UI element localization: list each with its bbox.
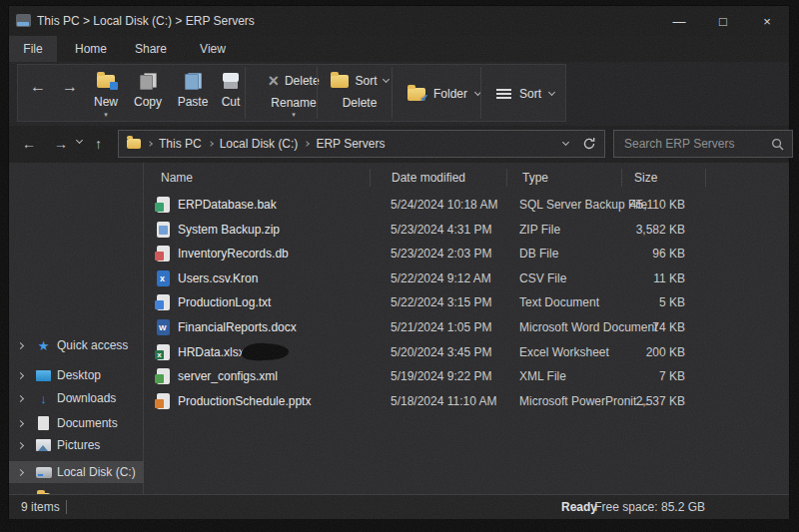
file-rows: ERPDatabase.bak 5/24/2024 10:18 AM SQL S… [144,193,789,413]
sidebar-item-pictures[interactable]: Pictures [9,434,144,456]
table-row[interactable]: System Backup.zip 5/23/2024 4:31 PM ZIP … [144,218,789,243]
close-button[interactable]: × [745,6,789,36]
items-count: 9 items [21,495,60,519]
table-row[interactable]: Users.csv.Kron 5/22/2024 9:12 AM CSV Fil… [144,266,789,291]
address-dropdown-icon[interactable] [562,139,569,146]
menu-home[interactable]: Home [69,36,113,62]
search-input[interactable] [614,131,792,157]
delete-button-secondary[interactable]: Delete [343,96,378,110]
table-row[interactable]: server_configs.xml 5/19/2024 9:22 PM XML… [144,364,789,389]
sidebar-item-desktop[interactable]: Desktop [9,364,144,386]
sidebar-item-quick-access[interactable]: ★ Quick access [9,334,144,356]
navigation-pane: ★ Quick access Desktop ↓ Downloads Docum… [9,163,144,494]
breadcrumb-this-pc[interactable]: This PC [159,137,202,151]
up-arrow-icon[interactable]: ↑ [95,134,102,154]
file-icon [157,344,170,360]
chevron-right-icon[interactable] [17,371,24,378]
back-arrow-icon[interactable]: ← [22,134,36,154]
file-icon [157,246,170,262]
folder-label: Folder [433,87,467,101]
downloads-icon: ↓ [35,390,52,406]
delete-x-icon: × [268,72,279,90]
sidebar-item-documents[interactable]: Documents [9,412,144,434]
sort-button[interactable]: Sort [496,67,554,121]
table-row[interactable]: ProductionLog.txt 5/22/2024 3:15 PM Text… [144,290,789,315]
status-ready: Ready [561,495,597,519]
dropdown-caret-icon: ▾ [292,112,296,117]
magnifier-icon [771,138,784,151]
file-list: Name Date modified Type Size ERPDatabase… [144,163,789,494]
chevron-down-icon [382,76,389,83]
copy-button[interactable]: Copy [126,70,170,109]
table-row[interactable]: InventoryRecords.db 5/23/2024 2:03 PM DB… [144,242,789,266]
sidebar-item-local-disk-c[interactable]: Local Disk (C:) [9,461,144,483]
window-controls: — □ × [657,6,789,36]
column-divider [621,169,622,187]
cut-icon [223,73,239,89]
file-icon [157,319,170,335]
new-label: New [94,95,118,109]
column-header-size[interactable]: Size [634,163,657,193]
table-row[interactable]: ProductionSchedule.pptx 5/18/2024 11:10 … [144,389,789,414]
pictures-icon [35,437,52,453]
forward-arrow-icon[interactable]: → [62,77,78,97]
chevron-right-icon[interactable] [17,419,24,426]
copy-icon [140,73,157,90]
desktop-icon [35,367,52,383]
address-bar-row: ← → ↑ This PC Local Disk (C:) ERP Server… [9,126,789,163]
chevron-right-icon[interactable] [17,468,24,475]
title-bar: This PC > Local Disk (C:) > ERP Servers … [9,6,789,36]
maximize-button[interactable]: □ [701,6,745,36]
menu-file[interactable]: File [9,36,57,62]
this-pc-icon [16,14,31,27]
menu-share[interactable]: Share [129,36,173,62]
delete-inline-label: Delete [285,74,320,88]
chevron-right-icon[interactable] [17,341,24,348]
forward-arrow-icon[interactable]: → [54,134,68,154]
delete-sort-group: Sort Delete [324,70,396,110]
rename-button[interactable]: Rename [271,96,316,110]
delete-button[interactable]: × Delete [268,70,319,92]
dropdown-caret-icon: ▾ [104,112,108,117]
paste-icon [185,73,202,90]
back-arrow-icon[interactable]: ← [30,77,46,97]
address-bar[interactable]: This PC Local Disk (C:) ERP Servers [118,130,605,158]
drive-icon [35,464,52,480]
copy-label: Copy [134,95,162,109]
chevron-down-icon[interactable] [76,137,83,144]
column-headers: Name Date modified Type Size [144,163,789,193]
table-row[interactable]: FinancialReports.docx 5/21/2024 1:05 PM … [144,315,789,340]
breadcrumb-local-disk[interactable]: Local Disk (C:) [220,137,299,151]
file-icon [157,368,170,384]
sidebar-item-downloads[interactable]: ↓ Downloads [9,387,144,409]
chevron-right-icon[interactable] [17,394,24,401]
column-divider [705,169,706,187]
file-icon [157,270,170,286]
breadcrumb-erp-servers[interactable]: ERP Servers [316,137,385,151]
cut-button[interactable]: Cut [209,70,253,109]
column-header-name[interactable]: Name [161,163,193,193]
quick-access-icon: ★ [35,337,52,353]
group-divider [317,67,318,119]
folder-icon [127,139,141,149]
refresh-icon[interactable] [582,137,596,151]
table-row[interactable]: ERPDatabase.bak 5/24/2024 10:18 AM SQL S… [144,193,789,218]
column-header-date[interactable]: Date modified [392,163,465,193]
status-divider [66,500,67,514]
menu-view[interactable]: View [191,36,235,62]
chevron-right-icon[interactable] [17,441,24,448]
folder-button[interactable]: Folder [407,67,480,121]
table-row[interactable]: HRData.xlsx 5/20/2024 3:45 PM Excel Work… [144,340,789,365]
breadcrumb-separator-icon [147,141,153,147]
main-content: ★ Quick access Desktop ↓ Downloads Docum… [9,163,789,494]
column-header-type[interactable]: Type [522,163,548,193]
menu-bar: File Home Share View [9,36,789,62]
minimize-button[interactable]: — [657,6,701,36]
new-button[interactable]: New ▾ [84,70,128,117]
sort-folder-button[interactable]: Sort [331,70,388,92]
sort-lines-icon [496,89,511,100]
paste-label: Paste [178,95,209,109]
breadcrumb-separator-icon [208,141,214,147]
file-icon [157,197,170,213]
file-explorer-window: This PC > Local Disk (C:) > ERP Servers … [8,5,790,518]
